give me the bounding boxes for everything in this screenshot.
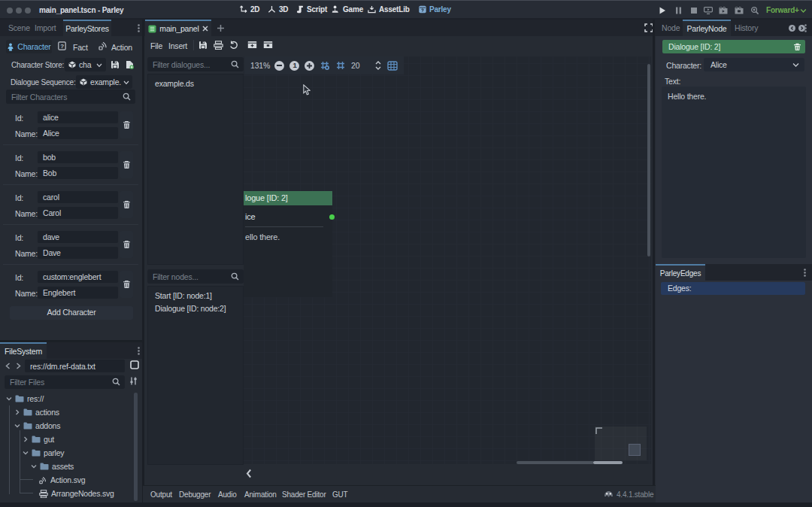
svg-text:?: ? [60,43,64,50]
